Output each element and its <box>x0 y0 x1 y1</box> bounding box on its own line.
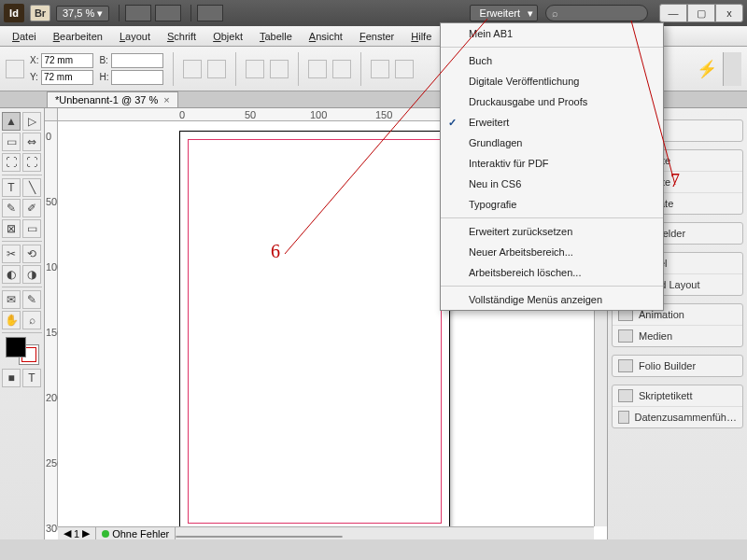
y-label: Y: <box>30 72 38 82</box>
w-label: B: <box>99 55 107 65</box>
ruler-origin[interactable] <box>45 108 58 121</box>
h-input[interactable] <box>111 70 163 85</box>
x-label: X: <box>30 55 38 65</box>
menu-datei[interactable]: Datei <box>4 28 45 45</box>
workspace-menu-item[interactable]: Buch <box>441 50 663 71</box>
direct-selection-tool[interactable]: ▷ <box>22 112 41 131</box>
app-logo-icon: Id <box>4 4 24 22</box>
workspace-menu: Mein AB1BuchDigitale VeröffentlichungDru… <box>440 22 664 311</box>
workspace-menu-item[interactable]: Grundlagen <box>441 133 663 153</box>
page-prev-icon[interactable]: ◀ <box>63 527 71 539</box>
document-tab-close-icon[interactable]: × <box>163 94 169 105</box>
bridge-icon[interactable]: Br <box>30 5 50 21</box>
document-tab[interactable]: *Unbenannt-1 @ 37 % × <box>47 91 178 107</box>
rotate-icon[interactable] <box>207 60 226 78</box>
workspace-menu-item[interactable]: Arbeitsbereich löschen... <box>441 262 663 283</box>
zoom-tool[interactable]: ⌕ <box>22 311 41 329</box>
workspace-switcher[interactable]: Erweitert <box>470 5 538 21</box>
eyedropper-tool[interactable]: ✎ <box>22 290 41 309</box>
pen-tool[interactable]: ✎ <box>2 199 21 217</box>
y-input[interactable] <box>41 70 93 85</box>
type-tool[interactable]: T <box>2 178 21 197</box>
note-tool[interactable]: ✉ <box>2 290 21 309</box>
selection-tool[interactable]: ▲ <box>2 112 21 131</box>
fill-stroke-swatch[interactable] <box>6 337 39 365</box>
menu-layout[interactable]: Layout <box>111 28 159 45</box>
rectangle-frame-tool[interactable]: ⊠ <box>2 219 21 238</box>
textwrap-icon[interactable] <box>371 60 389 78</box>
panel-item[interactable]: Datenzusammenfüh… <box>613 407 742 427</box>
close-button[interactable]: x <box>715 4 743 22</box>
content-placer-tool[interactable]: ⛶ <box>22 153 41 172</box>
menu-bearbeiten[interactable]: Bearbeiten <box>45 28 111 45</box>
apply-color-icon[interactable]: ■ <box>2 369 21 387</box>
panel-item[interactable]: Skriptetikett <box>613 385 742 407</box>
scissors-tool[interactable]: ✂ <box>2 245 21 263</box>
panel-label: Folio Builder <box>639 360 696 371</box>
w-input[interactable] <box>111 53 163 68</box>
panel-label: Skriptetikett <box>639 390 692 401</box>
line-tool[interactable]: ╲ <box>22 178 41 197</box>
panel-group: Folio Builder <box>612 355 743 377</box>
h-label: H: <box>99 72 108 82</box>
corner-icon[interactable] <box>395 60 414 78</box>
search-input[interactable]: ⌕ <box>545 5 648 21</box>
control-menu-icon[interactable] <box>723 52 741 86</box>
page-next-icon[interactable]: ▶ <box>82 527 90 539</box>
workspace-menu-item[interactable]: Neuer Arbeitsbereich... <box>441 242 663 262</box>
menu-objekt[interactable]: Objekt <box>204 28 251 45</box>
workspace-menu-item[interactable]: Neu in CS6 <box>441 174 663 194</box>
menu-tabelle[interactable]: Tabelle <box>251 28 301 45</box>
x-input[interactable] <box>41 53 93 68</box>
workspace-menu-item[interactable]: Vollständige Menüs anzeigen <box>441 289 663 310</box>
preflight-label[interactable]: Ohne Fehler <box>112 528 169 539</box>
ruler-vertical[interactable]: 0 50 100 150 200 250 300 <box>45 121 58 526</box>
flip-v-icon[interactable] <box>270 60 289 78</box>
view-options-icon[interactable] <box>125 5 151 21</box>
quick-apply-icon[interactable]: ⚡ <box>697 59 717 79</box>
panel-label: Datenzusammenfüh… <box>635 412 737 423</box>
transform-tool[interactable]: ⟲ <box>22 245 41 263</box>
page-number[interactable]: 1 <box>74 528 79 539</box>
fx-icon[interactable] <box>332 60 351 78</box>
flip-h-icon[interactable] <box>246 60 264 78</box>
rectangle-tool[interactable]: ▭ <box>22 219 41 238</box>
content-collector-tool[interactable]: ⛶ <box>2 153 21 172</box>
workspace-menu-item[interactable]: Digitale Veröffentlichung <box>441 71 663 91</box>
gradient-feather-tool[interactable]: ◑ <box>22 265 41 284</box>
minimize-button[interactable]: — <box>659 4 687 22</box>
scale-icon[interactable] <box>183 60 202 78</box>
panel-icon <box>618 359 633 372</box>
arrange-icon[interactable] <box>197 5 223 21</box>
gradient-swatch-tool[interactable]: ◐ <box>2 265 21 284</box>
reference-point-icon[interactable] <box>6 60 24 78</box>
panel-group: SkriptetikettDatenzusammenfüh… <box>612 385 743 428</box>
status-bar: ◀1▶ Ohne Fehler <box>58 526 594 539</box>
workspace-menu-item[interactable]: Druckausgabe und Proofs <box>441 91 663 112</box>
page[interactable] <box>179 131 450 532</box>
menu-hilfe[interactable]: Hilfe <box>402 28 440 45</box>
menu-fenster[interactable]: Fenster <box>351 28 402 45</box>
workspace-menu-item[interactable]: Typografie <box>441 194 663 215</box>
workspace-menu-item[interactable]: Erweitert zurücksetzen <box>441 221 663 242</box>
page-tool[interactable]: ▭ <box>2 133 21 151</box>
panel-label: Medien <box>639 330 672 342</box>
workspace-menu-item[interactable]: Interaktiv für PDF <box>441 153 663 174</box>
menu-ansicht[interactable]: Ansicht <box>301 28 351 45</box>
workspace-menu-item[interactable]: Erweitert <box>441 112 663 133</box>
stroke-icon[interactable] <box>308 60 327 78</box>
maximize-button[interactable]: ▢ <box>687 4 715 22</box>
gap-tool[interactable]: ⇔ <box>22 133 41 151</box>
panel-icon <box>618 389 633 402</box>
menu-schrift[interactable]: Schrift <box>159 28 204 45</box>
panel-item[interactable]: Medien <box>613 326 742 346</box>
preflight-status-icon <box>102 530 109 538</box>
page-margin-guide <box>188 139 442 524</box>
pencil-tool[interactable]: ✐ <box>22 199 41 217</box>
apply-none-icon[interactable]: T <box>22 369 41 387</box>
workspace-menu-item[interactable]: Mein AB1 <box>441 23 663 44</box>
panel-item[interactable]: Folio Builder <box>613 356 742 376</box>
zoom-dropdown[interactable]: 37,5 % <box>56 6 109 21</box>
screen-mode-icon[interactable] <box>155 5 181 21</box>
hand-tool[interactable]: ✋ <box>2 311 21 329</box>
